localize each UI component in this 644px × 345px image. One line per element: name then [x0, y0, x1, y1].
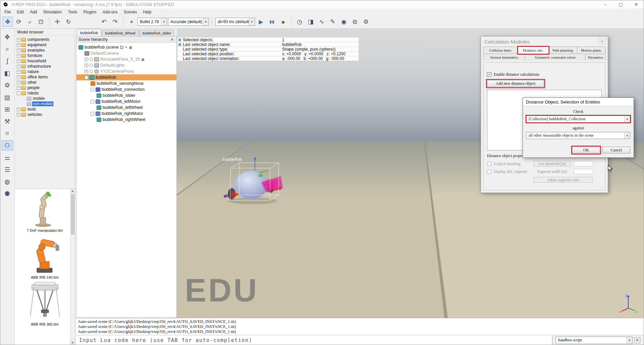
page-tab-bubblerob[interactable]: bubbleRob — [77, 29, 101, 36]
joint-tool-button[interactable]: ⚒ — [2, 116, 13, 126]
menu-item-add-ons[interactable]: Add-ons — [100, 10, 121, 14]
model-item-tools[interactable]: +tools — [15, 107, 75, 112]
threshold-input[interactable] — [574, 161, 593, 166]
object-rotate-button[interactable]: ↻ — [63, 17, 73, 27]
title-bar[interactable]: V-REP PRO EDU - bubbleRob - rendering: 4… — [0, 0, 644, 9]
expand-toggle[interactable]: + — [17, 65, 20, 68]
camera-zoom-button[interactable]: ⌕ — [25, 17, 35, 27]
menu-item-add[interactable]: Add — [27, 10, 40, 14]
zoom-tool-button[interactable]: ⌕ — [2, 44, 13, 54]
expand-toggle[interactable]: + — [85, 64, 88, 67]
menu-item-plugins[interactable]: Plugins — [80, 10, 99, 14]
calc-tab-dynamics[interactable]: Dynamics — [585, 54, 606, 61]
path-planning-button[interactable]: ∿ — [317, 17, 327, 27]
expand-toggle[interactable]: + — [17, 59, 20, 63]
model-item-components[interactable]: +components — [15, 37, 75, 42]
close-button[interactable]: ✕ — [629, 0, 644, 9]
calc-tab-distance-calc[interactable]: Distance calc. — [518, 47, 549, 54]
model-browser-toggle-button[interactable]: ⚇ — [2, 140, 13, 150]
scene-item-xyzcameraproxy[interactable]: +XYZCameraProxy — [76, 68, 176, 74]
model-item-people[interactable]: +people — [15, 85, 75, 90]
y-axis-handle[interactable] — [259, 170, 268, 173]
layers-button[interactable]: ☰ — [2, 164, 13, 175]
scene-item-bubblerob[interactable]: -bubbleRob — [76, 74, 176, 80]
scene-item-bubblerob-leftwheel[interactable]: bubbleRob_leftWheel — [76, 105, 176, 111]
calc-tab-geometric-constraint-solver[interactable]: Geometric constraint solver — [525, 54, 586, 61]
display-segment-checkbox[interactable] — [487, 169, 491, 174]
expand-toggle[interactable]: + — [17, 38, 20, 42]
minimize-button[interactable]: – — [598, 0, 613, 9]
scrollbar-thumb[interactable] — [71, 194, 74, 234]
model-item-examples[interactable]: +examples — [15, 48, 75, 53]
object-shift-button[interactable]: ✛ — [52, 17, 62, 27]
fit-to-view-button[interactable]: ⊡ — [36, 17, 46, 27]
use-threshold-button[interactable]: Use threshold [m] — [533, 161, 571, 166]
model-browser-scrollbar[interactable]: ▲ ▼ — [70, 189, 75, 345]
start-simulation-button[interactable]: ▶ — [256, 17, 266, 27]
expand-toggle[interactable]: + — [17, 43, 20, 47]
expand-toggle[interactable]: - — [91, 100, 94, 104]
collections-button[interactable]: ⚌ — [2, 152, 13, 162]
entity1-select[interactable]: [Collection] bubbleRob_Collection ▾ — [526, 116, 630, 123]
dynamics-visualization-button[interactable]: ◨ — [306, 17, 316, 27]
distance-object-titlebar[interactable]: Distance Object, Selection of Entities — [523, 98, 634, 106]
scene-item-defaultlights[interactable]: +DefaultLights — [76, 62, 176, 68]
expand-toggle[interactable]: - — [91, 112, 94, 116]
shape-edit-button[interactable]: ◧ — [2, 68, 13, 78]
camera-pan-button[interactable]: ✥ — [3, 17, 13, 27]
expand-toggle[interactable]: + — [17, 108, 20, 111]
expand-toggle[interactable]: + — [17, 54, 20, 58]
expand-toggle[interactable]: + — [85, 70, 88, 73]
segment-width-input[interactable] — [574, 169, 593, 174]
camera-visibility-button[interactable]: ◉ — [339, 17, 349, 27]
model-item-furniture[interactable]: +furniture — [15, 53, 75, 58]
model-thumbnail-7dof[interactable]: 7 DoF manipulator.ttm — [20, 191, 70, 232]
simulation-accuracy-select[interactable]: Accurate (default) ▾ — [168, 18, 209, 26]
model-item-robots[interactable]: -robots — [15, 90, 75, 96]
expand-toggle[interactable]: - — [85, 76, 88, 79]
menu-item-edit[interactable]: Edit — [14, 10, 27, 14]
adjust-segment-color-button[interactable]: Adjust segment color — [534, 177, 593, 183]
expand-toggle[interactable]: - — [91, 88, 94, 91]
visibility-toggle[interactable] — [90, 64, 93, 67]
model-thumbnail-irb140[interactable]: ABB IRB 140.ttm — [20, 234, 70, 279]
model-item-other[interactable]: +other — [15, 80, 75, 85]
model-browser-header[interactable]: Model browser — [15, 29, 75, 36]
calc-tab-motion-plann[interactable]: Motion plann. — [577, 47, 606, 54]
page-tab-bubblerob-slider[interactable]: bubbleRob_slider — [139, 30, 175, 36]
mesh-tool-button[interactable]: ⌗ — [2, 128, 13, 138]
settings-button[interactable]: ⚙ — [2, 80, 13, 90]
calculation-modules-titlebar[interactable]: Calculation Modules — [481, 37, 608, 47]
expand-toggle[interactable]: + — [17, 81, 20, 84]
model-item-non-mobile[interactable]: non-mobile — [15, 101, 75, 107]
script-button[interactable]: ▤ — [2, 92, 13, 102]
redo-button[interactable]: ↷ — [110, 17, 120, 27]
script-selector-close-button[interactable]: ✕ — [634, 337, 640, 343]
add-distance-object-button[interactable]: Add new distance object — [487, 80, 544, 87]
expand-toggle[interactable]: - — [17, 91, 20, 95]
camera-rotate-button[interactable]: ⟳ — [14, 17, 24, 27]
calculation-modules-close-button[interactable]: ✕ — [598, 38, 606, 45]
calc-tab-path-planning[interactable]: Path planning — [548, 47, 577, 54]
user-settings-button[interactable]: ⚉ — [2, 189, 13, 199]
pick-button[interactable]: ⌖ — [126, 17, 137, 27]
scene-item-bubblerob-slider[interactable]: bubbleRob_slider — [76, 92, 176, 98]
page-tab-bubblerob-wheel[interactable]: bubbleRob_Wheel — [102, 30, 139, 36]
lua-command-input[interactable] — [76, 335, 552, 345]
model-item-mobile[interactable]: mobile — [15, 96, 75, 101]
scene-hierarchy-close-button[interactable]: ✕ — [170, 38, 174, 42]
expand-toggle[interactable]: + — [17, 113, 20, 117]
expand-toggle[interactable]: + — [17, 49, 20, 52]
model-item-vehicles[interactable]: +vehicles — [15, 112, 75, 117]
scene-item-bubblerob-rightmotor[interactable]: -bubbleRob_rightMotor — [76, 111, 176, 117]
scene-item-defaultcamera[interactable]: DefaultCamera — [76, 50, 176, 56]
cancel-button[interactable]: Cancel — [602, 147, 630, 153]
scene-item-bubblerob-connection[interactable]: -bubbleRob_connection — [76, 86, 176, 92]
scroll-up-arrow[interactable]: ▲ — [70, 189, 75, 193]
scene-item-resizablefloor-5-25[interactable]: +ResizableFloor_5_25▦ — [76, 56, 176, 62]
scene-item-bubblerob-scene-1[interactable]: bubbleRob (scene 1)✎▦ — [76, 44, 176, 50]
model-item-equipment[interactable]: +equipment — [15, 42, 75, 48]
scene-item-bubblerob-leftmotor[interactable]: -bubbleRob_leftMotor — [76, 98, 176, 105]
bubblerob-model[interactable]: bubbleRob — [220, 155, 291, 207]
enable-distance-checkbox[interactable]: ✓ — [487, 72, 491, 77]
